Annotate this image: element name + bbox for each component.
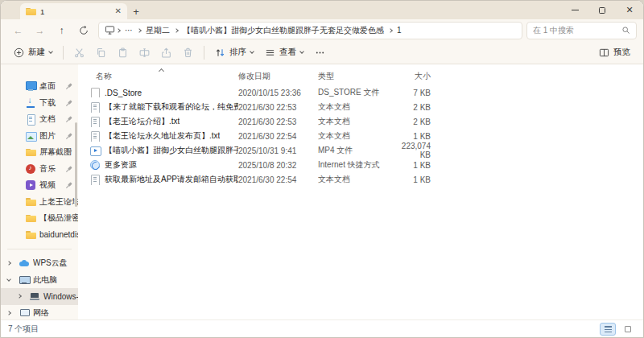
more-button[interactable]	[309, 43, 331, 62]
blank-file-icon	[90, 88, 100, 97]
view-button[interactable]: 查看	[259, 43, 309, 62]
preview-button[interactable]: 预览	[593, 43, 636, 62]
more-icon	[315, 47, 325, 58]
column-header-label: 类型	[318, 72, 334, 80]
folder-icon	[26, 6, 35, 16]
file-row[interactable]: 【老王论坛永久地址发布页】.txt2021/6/30 22:54文本文档1 KB	[78, 129, 643, 143]
share-icon	[161, 47, 171, 58]
chevron-down-icon	[250, 49, 254, 54]
rename-button[interactable]	[134, 43, 155, 62]
sidebar-scrollbar[interactable]	[75, 122, 77, 207]
file-name: 【来了就能下载和观看的论坛，纯免费！】.txt	[105, 101, 238, 113]
file-row[interactable]: 更多资源2025/10/8 20:32Internet 快捷方式1 KB	[78, 158, 643, 172]
new-tab-button[interactable]: +	[127, 3, 145, 19]
breadcrumb-item[interactable]: 1	[394, 26, 405, 35]
breadcrumb-item[interactable]: ⋯	[122, 26, 136, 35]
sidebar-item[interactable]: baidunetdiskdo	[1, 227, 78, 244]
sidebar-item[interactable]: 【极品泄密】	[1, 210, 78, 227]
sidebar-item[interactable]: WPS云盘	[1, 255, 78, 272]
file-name: 【老王论坛永久地址发布页】.txt	[105, 130, 220, 142]
explorer-tab[interactable]: 1 ✕	[20, 3, 127, 19]
title-bar: 1 ✕ + ✕	[1, 1, 643, 19]
sidebar-item[interactable]: 上老王论坛当	[1, 194, 78, 211]
preview-pane-icon	[599, 47, 609, 58]
chevron-down-icon	[299, 49, 304, 54]
desktop-icon	[26, 81, 35, 91]
column-header[interactable]: 修改日期	[238, 71, 318, 85]
details-view-button[interactable]	[600, 323, 616, 336]
file-size: 2 KB	[389, 103, 431, 112]
file-date: 2021/6/30 22:53	[238, 117, 318, 126]
search-input[interactable]	[533, 26, 618, 35]
back-button[interactable]: ←	[7, 22, 29, 39]
view-button-label: 查看	[279, 47, 296, 58]
chevron-right-icon[interactable]	[6, 261, 11, 266]
minimize-button[interactable]	[561, 1, 588, 19]
delete-button[interactable]	[177, 43, 199, 62]
search-icon	[621, 26, 630, 35]
tab-close-icon[interactable]: ✕	[115, 7, 122, 15]
file-row[interactable]: 【老王论坛介绍】.txt2021/6/30 22:53文本文档2 KB	[78, 114, 643, 129]
sidebar-item[interactable]: 视频	[1, 177, 78, 194]
file-type: Internet 快捷方式	[318, 159, 389, 171]
preview-button-label: 预览	[613, 47, 630, 58]
forward-button[interactable]: →	[29, 22, 51, 39]
file-name-cell: 【来了就能下载和观看的论坛，纯免费！】.txt	[90, 101, 238, 113]
file-row[interactable]: 获取最新地址及APP请发邮箱自动获取.txt2021/6/30 22:54文本文…	[78, 172, 643, 187]
window-controls: ✕	[561, 1, 643, 19]
sidebar-item[interactable]: 文档	[1, 111, 78, 128]
column-header[interactable]: 名称	[90, 71, 238, 85]
sidebar-item[interactable]: 桌面	[1, 78, 78, 95]
copy-icon	[96, 47, 106, 58]
file-row[interactable]: 【来了就能下载和观看的论坛，纯免费！】.txt2021/6/30 22:53文本…	[78, 100, 643, 114]
delete-icon	[183, 47, 193, 58]
view-icon	[265, 47, 275, 58]
sidebar-list: 桌面下载文档图片屏幕截图音乐视频上老王论坛当【极品泄密】baidunetdisk…	[1, 78, 78, 321]
file-row[interactable]: 【喵叽小酱】甜御少女白丝勒腿跟胖子无套足交...2025/10/31 9:41M…	[78, 143, 643, 158]
text-file-icon	[90, 117, 100, 126]
download-icon	[26, 98, 35, 108]
thumbnail-view-button[interactable]	[620, 323, 636, 336]
file-date: 2021/6/30 22:53	[238, 103, 318, 112]
sidebar-item[interactable]: Windows-SSD	[1, 288, 78, 305]
paste-button[interactable]	[112, 43, 134, 62]
sort-icon	[215, 47, 225, 58]
chevron-right-icon	[116, 28, 121, 33]
sidebar-item[interactable]: 此电脑	[1, 272, 78, 289]
file-date: 2025/10/31 9:41	[238, 146, 318, 155]
chevron-down-icon[interactable]	[6, 277, 11, 282]
copy-button[interactable]	[90, 43, 112, 62]
refresh-button[interactable]	[72, 22, 94, 39]
file-type: 文本文档	[318, 101, 389, 113]
up-button[interactable]: ↑	[51, 22, 72, 39]
new-button[interactable]: 新建	[8, 43, 58, 62]
file-date: 2020/10/15 23:36	[238, 89, 318, 97]
chevron-right-icon[interactable]	[6, 311, 11, 315]
column-header-label: 名称	[96, 72, 112, 80]
close-button[interactable]: ✕	[616, 1, 643, 19]
file-row[interactable]: .DS_Store2020/10/15 23:36DS_STORE 文件7 KB	[78, 85, 643, 100]
column-header-row: 名称修改日期类型大小	[78, 67, 643, 85]
sidebar-item[interactable]: 下载	[1, 95, 78, 112]
sidebar-item[interactable]: 图片	[1, 128, 78, 145]
breadcrumb-item[interactable]: 星期二	[142, 25, 173, 36]
column-header[interactable]: 大小	[389, 71, 431, 85]
file-list-pane: 名称修改日期类型大小 .DS_Store2020/10/15 23:36DS_S…	[78, 64, 643, 319]
maximize-button[interactable]	[588, 1, 616, 19]
chevron-right-icon[interactable]	[17, 294, 22, 299]
breadcrumb-item[interactable]: 【喵叽小酱】甜御少女白丝勒腿跟胖子无套足交做爱色感	[180, 25, 387, 36]
address-bar[interactable]: ⋯星期二【喵叽小酱】甜御少女白丝勒腿跟胖子无套足交做爱色感1	[98, 22, 522, 39]
sort-button[interactable]: 排序	[209, 43, 259, 62]
cut-button[interactable]	[68, 43, 90, 62]
search-box	[526, 22, 637, 39]
file-date: 2021/6/30 22:54	[238, 175, 318, 184]
sidebar-item[interactable]: 音乐	[1, 161, 78, 178]
text-file-icon	[90, 175, 100, 184]
chevron-right-icon	[174, 28, 179, 33]
sidebar-item[interactable]: 网络	[1, 305, 78, 322]
sidebar-item[interactable]: 屏幕截图	[1, 144, 78, 161]
column-header[interactable]: 类型	[318, 71, 389, 85]
file-name-cell: 更多资源	[90, 159, 238, 171]
share-button[interactable]	[155, 43, 177, 62]
items-count: 7 个项目	[8, 324, 39, 335]
